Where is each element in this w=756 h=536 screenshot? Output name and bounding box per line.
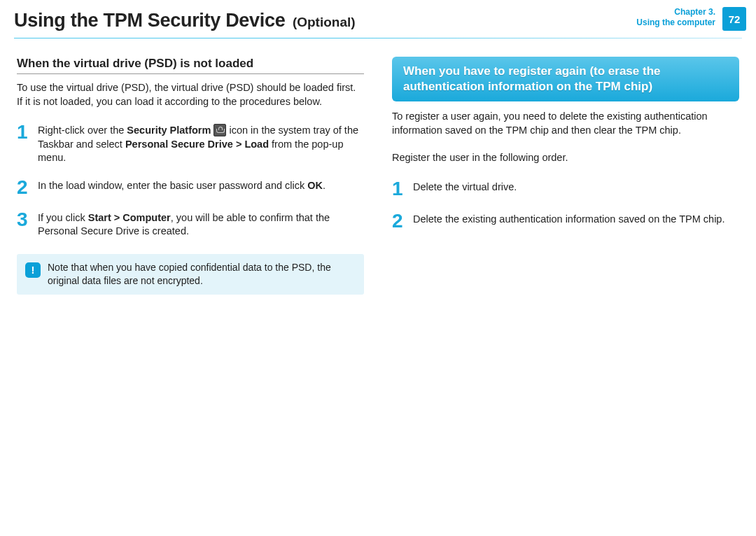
chapter-line-2: Using the computer [636, 17, 715, 28]
security-platform-lock-icon [214, 124, 226, 136]
left-column: When the virtual drive (PSD) is not load… [17, 57, 364, 295]
right-column: When you have to register again (to eras… [392, 57, 739, 295]
step-number: 1 [17, 122, 38, 165]
step-body: In the load window, enter the basic user… [38, 178, 364, 197]
step-number: 2 [392, 211, 413, 231]
right-intro-2: Register the user in the following order… [392, 151, 739, 165]
right-step-1: 1 Delete the virtual drive. [392, 179, 739, 199]
note-text: Note that when you have copied confident… [48, 262, 331, 286]
left-section-heading: When the virtual drive (PSD) is not load… [17, 57, 364, 74]
left-step-2: 2 In the load window, enter the basic us… [17, 178, 364, 197]
page-number-badge: 72 [722, 7, 746, 31]
step-number: 2 [17, 178, 38, 197]
left-step-3: 3 If you click Start > Computer, you wil… [17, 210, 364, 239]
step-body: Right-click over the Security Platform i… [38, 122, 364, 165]
right-intro-1: To register a user again, you need to de… [392, 110, 739, 137]
step-body: Delete the existing authentication infor… [413, 211, 739, 231]
chapter-label: Chapter 3. Using the computer [636, 7, 715, 28]
step-body: If you click Start > Computer, you will … [38, 210, 364, 239]
step-number: 1 [392, 179, 413, 199]
step-body: Delete the virtual drive. [413, 179, 739, 199]
chapter-line-1: Chapter 3. [636, 7, 715, 17]
left-intro: To use the virtual drive (PSD), the virt… [17, 81, 364, 108]
step-number: 3 [17, 210, 38, 239]
page-title: Using the TPM Security Device [14, 10, 285, 31]
page-header: Using the TPM Security Device (Optional)… [0, 0, 756, 38]
page-title-suffix: (Optional) [293, 15, 356, 29]
alert-icon: ! [25, 262, 41, 278]
right-step-2: 2 Delete the existing authentication inf… [392, 211, 739, 231]
note-box: ! Note that when you have copied confide… [17, 254, 364, 295]
content-columns: When the virtual drive (PSD) is not load… [0, 38, 756, 295]
right-callout-heading: When you have to register again (to eras… [392, 57, 739, 101]
left-step-1: 1 Right-click over the Security Platform… [17, 122, 364, 165]
